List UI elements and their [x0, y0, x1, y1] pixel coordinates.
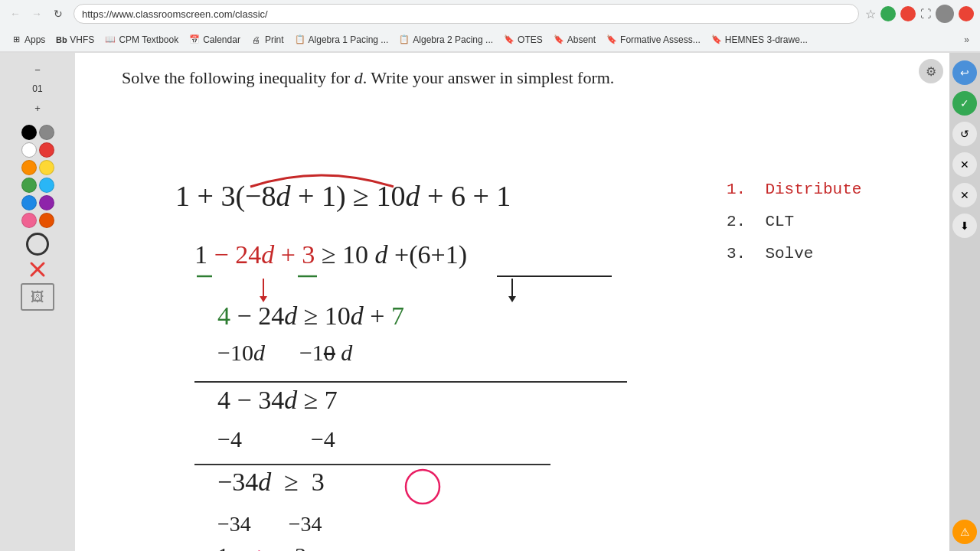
checkmark-icon: ✓	[960, 97, 969, 109]
color-pink[interactable]	[21, 213, 37, 228]
color-red[interactable]	[39, 142, 54, 158]
left-sidebar: − 01 +	[0, 53, 75, 551]
otes-icon: 🔖	[504, 34, 514, 45]
fullscreen-button[interactable]: ⛶	[920, 8, 931, 20]
star-icon[interactable]: ☆	[865, 7, 876, 21]
image-icon: 🖼	[31, 289, 44, 305]
download-button[interactable]: ⬇	[952, 214, 977, 238]
collapse-button[interactable]: ✕	[952, 183, 977, 207]
refresh-button[interactable]: ↻	[49, 5, 67, 23]
bookmark-formative[interactable]: 🔖 Formative Assess...	[602, 33, 705, 47]
bookmark-hemnes-label: HEMNES 3-drawe...	[725, 34, 808, 45]
color-dark-orange[interactable]	[39, 213, 54, 228]
bookmark-vhfs-label: VHFS	[70, 34, 94, 45]
gear-icon: ⚙	[926, 64, 936, 79]
refresh-tool-button[interactable]: ↺	[952, 122, 977, 146]
more-bookmarks-button[interactable]: »	[959, 33, 974, 47]
back-button[interactable]: ←	[6, 5, 24, 23]
alert-icon: ⚠	[960, 526, 970, 538]
red-extension-icon[interactable]	[900, 6, 916, 21]
bookmark-print[interactable]: 🖨 Print	[247, 33, 289, 47]
math-drawing: Solve the following inequality for d. Wr…	[75, 53, 949, 551]
absent-icon: 🔖	[554, 34, 564, 45]
alg2-icon: 📋	[399, 34, 410, 45]
color-gray[interactable]	[39, 125, 54, 140]
bookmarks-bar: ⊞ Apps Bb VHFS 📖 CPM Textbook 📅 Calendar…	[0, 28, 980, 52]
green-extension-icon[interactable]	[880, 6, 896, 21]
alert-button[interactable]: ⚠	[952, 520, 977, 544]
bookmark-print-label: Print	[265, 34, 284, 45]
apps-grid-icon: ⊞	[11, 34, 21, 45]
url-text: https://www.classroomscreen.com/classic/	[82, 8, 268, 20]
color-blue[interactable]	[21, 195, 37, 210]
bookmark-calendar-label: Calendar	[203, 34, 240, 45]
nav-buttons: ← → ↻	[6, 5, 67, 23]
bookmark-apps[interactable]: ⊞ Apps	[6, 33, 50, 47]
bookmark-cpm[interactable]: 📖 CPM Textbook	[100, 33, 183, 47]
color-purple[interactable]	[39, 195, 54, 210]
color-black[interactable]	[21, 125, 37, 140]
alg1-icon: 📋	[295, 34, 305, 45]
bookmark-alg1-label: Algebra 1 Pacing ...	[309, 34, 389, 45]
minus-zoom-button[interactable]: −	[24, 60, 51, 79]
browser-actions: ☆ ⛶	[865, 5, 974, 23]
color-orange[interactable]	[21, 160, 37, 175]
hemnes-icon: 🔖	[711, 34, 722, 45]
bookmark-calendar[interactable]: 📅 Calendar	[185, 33, 245, 47]
undo-icon: ↩	[960, 67, 969, 79]
calendar-icon: 📅	[189, 34, 200, 45]
bookmark-alg1[interactable]: 📋 Algebra 1 Pacing ...	[290, 33, 394, 47]
main-area: − 01 +	[0, 53, 980, 551]
bookmark-hemnes[interactable]: 🔖 HEMNES 3-drawe...	[707, 33, 812, 47]
plus-zoom-button[interactable]: +	[24, 99, 51, 117]
bookmark-absent[interactable]: 🔖 Absent	[549, 33, 600, 47]
expand-button[interactable]: ✕	[952, 152, 977, 177]
color-light-blue[interactable]	[39, 178, 54, 193]
bookmark-absent-label: Absent	[567, 34, 596, 45]
bookmark-alg2-label: Algebra 2 Pacing ...	[413, 34, 493, 45]
download-icon: ⬇	[960, 220, 969, 232]
bookmark-cpm-label: CPM Textbook	[119, 34, 178, 45]
undo-button[interactable]: ↩	[952, 60, 977, 85]
color-palette	[21, 125, 54, 228]
bookmark-alg2[interactable]: 📋 Algebra 2 Pacing ...	[394, 33, 498, 47]
bb-icon: Bb	[56, 34, 67, 45]
collapse-icon: ✕	[960, 189, 969, 201]
cpm-icon: 📖	[105, 34, 116, 45]
forward-button[interactable]: →	[28, 5, 46, 23]
delete-tool[interactable]	[28, 260, 47, 279]
eraser-tool[interactable]	[26, 233, 49, 256]
browser-top-bar: ← → ↻ https://www.classroomscreen.com/cl…	[0, 0, 980, 28]
color-yellow[interactable]	[39, 160, 54, 175]
expand-icon: ✕	[960, 158, 969, 171]
color-white[interactable]	[21, 142, 37, 158]
print-icon: 🖨	[251, 34, 262, 45]
browser-chrome: ← → ↻ https://www.classroomscreen.com/cl…	[0, 0, 980, 53]
address-bar[interactable]: https://www.classroomscreen.com/classic/	[74, 4, 859, 24]
refresh-icon: ↺	[960, 128, 969, 140]
image-tool[interactable]: 🖼	[21, 283, 54, 311]
bookmark-formative-label: Formative Assess...	[620, 34, 701, 45]
zoom-display: 01	[32, 83, 42, 94]
confirm-button[interactable]: ✓	[952, 91, 977, 116]
whiteboard-canvas[interactable]: ⚙ Solve the following inequality for d. …	[75, 53, 949, 551]
bookmark-otes-label: OTES	[518, 34, 543, 45]
formative-icon: 🔖	[606, 34, 617, 45]
user-avatar[interactable]	[936, 5, 954, 23]
extension-icon[interactable]	[959, 6, 974, 21]
settings-button[interactable]: ⚙	[919, 59, 943, 83]
bookmark-vhfs[interactable]: Bb VHFS	[51, 33, 99, 47]
bookmark-apps-label: Apps	[24, 34, 45, 45]
color-green[interactable]	[21, 178, 37, 193]
right-sidebar: ↩ ✓ ↺ ✕ ✕ ⬇ ⚠	[949, 53, 980, 551]
bookmark-otes[interactable]: 🔖 OTES	[499, 33, 547, 47]
